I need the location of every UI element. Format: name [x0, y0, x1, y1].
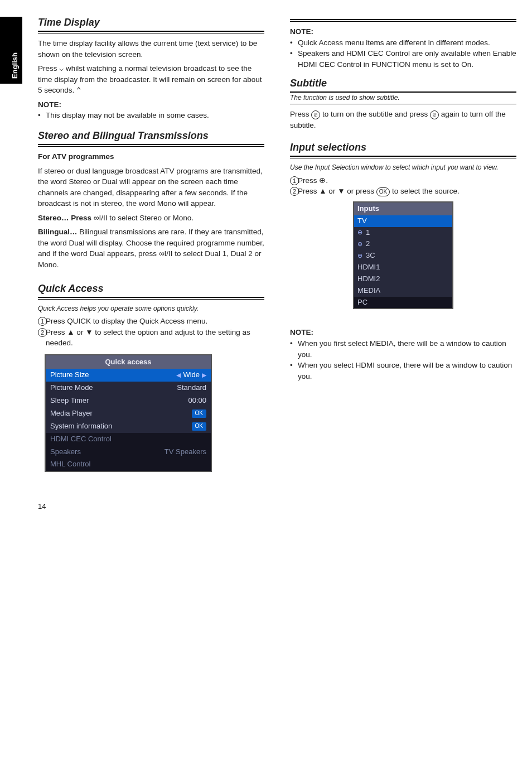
- subtitle-button-icon: ⎚: [311, 110, 320, 119]
- stereo-label: Stereo… Press: [38, 214, 94, 222]
- input-source-icon: ⊕: [357, 252, 362, 261]
- menu-row-value: Standard: [177, 383, 206, 393]
- inputs-row-label: 1: [366, 228, 370, 238]
- note-text: When you select HDMI source, there will …: [298, 360, 516, 382]
- page-content: Time Display The time display facility a…: [38, 17, 516, 510]
- menu-row[interactable]: Media PlayerOK: [46, 407, 211, 420]
- step-item: 1Press QUICK to display the Quick Access…: [38, 316, 264, 327]
- stereo-body: For ATV programmes If stereo or dual lan…: [38, 151, 264, 271]
- time-display-para2: Press ⌵ whilst watching a normal televis…: [38, 63, 264, 96]
- page-number: 14: [38, 502, 516, 510]
- value-text: Standard: [177, 383, 206, 393]
- menu-row[interactable]: MHL Control: [46, 458, 211, 471]
- inputs-menu-rows: TV⊕1⊕2⊕3CHDMI1HDMI2MEDIAPC: [354, 215, 452, 309]
- section-title-subtitle: Subtitle: [290, 78, 516, 89]
- inputs-menu-row[interactable]: HDMI1: [354, 262, 452, 273]
- menu-row-label: Picture Mode: [50, 383, 93, 393]
- note-text: Quick Access menu items are different in…: [298, 37, 516, 49]
- step-text: Press QUICK to display the Quick Access …: [46, 316, 264, 327]
- note-bullet: • Speakers and HDMI CEC Control are only…: [290, 48, 516, 70]
- section-title-time-display: Time Display: [38, 17, 264, 28]
- down-chevron-icon: ⌵: [59, 64, 64, 73]
- audio-mode-icon: ∞I/II: [159, 249, 173, 258]
- section-title-stereo: Stereo and Bilingual Transmissions: [38, 130, 264, 142]
- input-source-icon: ⊕: [357, 240, 362, 249]
- divider: [38, 144, 264, 145]
- inputs-menu-row[interactable]: ⊕2: [354, 238, 452, 250]
- step-item: 2Press ▲ or ▼ or press OK to select the …: [290, 186, 516, 197]
- inputs-menu-row[interactable]: PC: [354, 297, 452, 309]
- menu-row-label: Picture Size: [50, 370, 89, 380]
- step-number: 2: [38, 327, 46, 349]
- step-list: 1Press QUICK to display the Quick Access…: [38, 316, 264, 349]
- text: whilst watching a normal television broa…: [38, 64, 262, 94]
- menu-row[interactable]: Picture Size◀Wide▶: [46, 369, 211, 382]
- inputs-row-label: PC: [357, 297, 367, 308]
- value-text: TV Speakers: [165, 447, 206, 457]
- language-side-tab: English: [0, 17, 22, 84]
- bullet-marker: •: [38, 110, 46, 121]
- divider: [290, 158, 516, 158]
- inputs-row-label: MEDIA: [357, 286, 380, 296]
- note-bullet: • Quick Access menu items are different …: [290, 37, 516, 49]
- step-text: Press ▲ or ▼ to select the option and ad…: [46, 327, 264, 349]
- right-column: NOTE: • Quick Access menu items are diff…: [290, 17, 516, 472]
- step-text: Press ⊕.: [298, 175, 516, 186]
- note-label: NOTE:: [290, 26, 516, 37]
- quick-access-notes: NOTE: • Quick Access menu items are diff…: [290, 26, 516, 70]
- bullet-marker: •: [290, 48, 298, 70]
- note-bullet: • This display may not be available in s…: [38, 110, 264, 121]
- divider: [290, 104, 516, 104]
- menu-row-label: Media Player: [50, 408, 93, 419]
- inputs-menu-row[interactable]: MEDIA: [354, 285, 452, 297]
- menu-row-label: HDMI CEC Control: [50, 434, 112, 445]
- menu-row-label: Speakers: [50, 447, 81, 457]
- note-bullet: •When you select HDMI source, there will…: [290, 360, 516, 382]
- note-label: NOTE:: [38, 99, 264, 110]
- inputs-menu-title: Inputs: [354, 203, 452, 215]
- note-text: When you first select MEDIA, there will …: [298, 338, 516, 360]
- inputs-menu-row[interactable]: ⊕3C: [354, 250, 452, 262]
- inputs-row-label: TV: [357, 216, 367, 227]
- menu-row[interactable]: System informationOK: [46, 420, 211, 433]
- divider: [38, 299, 264, 300]
- menu-row-value: ◀Wide▶: [176, 370, 206, 380]
- language-side-tab-text: English: [11, 38, 19, 94]
- inputs-menu-row[interactable]: HDMI2: [354, 273, 452, 285]
- step-item: 2Press ▲ or ▼ to select the option and a…: [38, 327, 264, 349]
- step-item: 1Press ⊕.: [290, 175, 516, 186]
- time-display-body: The time display facility allows the cur…: [38, 38, 264, 121]
- section-title-input-selections: Input selections: [290, 142, 516, 153]
- bullet-marker: •: [290, 338, 298, 360]
- audio-mode-icon: ∞I/II: [94, 214, 108, 222]
- input-selections-body: Use the Input Selection window to select…: [290, 163, 516, 382]
- bilingual-label: Bilingual…: [38, 228, 78, 236]
- inputs-row-label: HDMI2: [357, 274, 380, 285]
- time-display-para1: The time display facility allows the cur…: [38, 38, 264, 60]
- inputs-menu-row[interactable]: ⊕1: [354, 227, 452, 239]
- menu-row[interactable]: SpeakersTV Speakers: [46, 446, 211, 459]
- bullet-marker: •: [290, 360, 298, 382]
- note-text: Speakers and HDMI CEC Control are only a…: [298, 48, 516, 70]
- inputs-menu-row[interactable]: TV: [354, 215, 452, 227]
- menu-row-value: OK: [192, 421, 206, 432]
- section-title-quick-access: Quick Access: [38, 283, 264, 295]
- menu-row-value: TV Speakers: [165, 447, 206, 457]
- input-selections-intro: Use the Input Selection window to select…: [290, 163, 516, 172]
- arrow-right-icon: ▶: [202, 371, 206, 380]
- note-label: NOTE:: [290, 327, 516, 338]
- menu-row-label: Sleep Timer: [50, 396, 89, 406]
- menu-row[interactable]: Picture ModeStandard: [46, 382, 211, 394]
- text: Press: [38, 64, 57, 73]
- stereo-para3: Bilingual… Bilingual transmissions are r…: [38, 227, 264, 270]
- divider: [38, 33, 264, 33]
- quick-access-body: Quick Access helps you operate some opti…: [38, 304, 264, 473]
- inputs-row-label: 2: [366, 239, 370, 249]
- menu-row[interactable]: Sleep Timer00:00: [46, 394, 211, 407]
- subtitle-para: Press ⎚ to turn on the subtitle and pres…: [290, 109, 516, 131]
- left-column: Time Display The time display facility a…: [38, 17, 264, 472]
- subtitle-intro: The function is used to show subtitle.: [290, 94, 516, 102]
- inputs-row-label: 3C: [366, 250, 375, 261]
- menu-row[interactable]: HDMI CEC Control: [46, 433, 211, 446]
- step-number: 1: [38, 316, 46, 327]
